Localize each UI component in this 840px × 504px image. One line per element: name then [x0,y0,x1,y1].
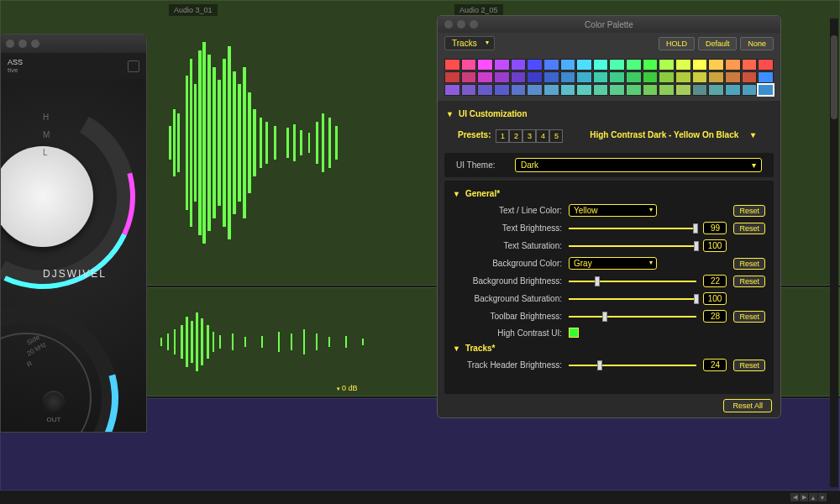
color-swatch[interactable] [560,59,576,71]
color-swatch[interactable] [477,84,493,96]
color-swatch[interactable] [511,71,527,83]
preset-button-4[interactable]: 4 [536,129,549,143]
color-swatch[interactable] [675,71,691,83]
toolbar-brightness-slider[interactable] [569,312,696,322]
color-swatch[interactable] [692,84,708,96]
scroll-down-icon[interactable]: ▼ [818,493,827,501]
color-swatch[interactable] [527,59,543,71]
color-swatch[interactable] [527,84,543,96]
color-swatch[interactable] [461,71,477,83]
reset-button[interactable]: Reset [733,258,765,270]
color-swatch[interactable] [725,71,741,83]
setting-value[interactable]: 24 [703,359,727,371]
setting-value[interactable]: 100 [703,239,727,252]
color-swatch[interactable] [593,84,609,96]
color-swatch[interactable] [708,71,724,83]
traffic-lights[interactable] [6,39,39,48]
high-contrast-checkbox[interactable] [569,328,579,338]
traffic-lights[interactable] [444,20,478,29]
scroll-left-icon[interactable]: ◀ [790,493,799,501]
color-swatch[interactable] [494,59,510,71]
color-swatch[interactable] [659,59,675,71]
color-swatch[interactable] [609,59,625,71]
color-swatch[interactable] [444,71,460,83]
color-swatch[interactable] [659,71,675,83]
color-swatch[interactable] [576,71,592,83]
none-button[interactable]: None [740,37,774,50]
color-swatch[interactable] [708,59,724,71]
color-swatch[interactable] [609,71,625,83]
color-swatch[interactable] [675,84,691,96]
color-swatch[interactable] [758,71,774,83]
reset-button[interactable]: Reset [733,223,765,234]
color-swatch[interactable] [477,71,493,83]
color-swatch[interactable] [444,84,460,96]
color-swatch[interactable] [560,84,576,96]
setting-value[interactable]: 100 [703,292,727,305]
horizontal-scrollbar[interactable]: ◀ ▶ ▲ ▼ [0,492,828,502]
color-swatch[interactable] [593,71,609,83]
background-brightness-slider[interactable] [569,276,696,286]
color-swatch[interactable] [609,84,625,96]
preset-button-2[interactable]: 2 [509,129,522,143]
color-swatch[interactable] [725,84,741,96]
preset-name-select[interactable]: High Contrast Dark - Yellow On Black ▾ [568,129,760,141]
preset-button-1[interactable]: 1 [496,129,509,143]
color-swatch[interactable] [511,59,527,71]
color-swatch[interactable] [527,71,543,83]
setting-value[interactable]: 28 [703,310,727,323]
hold-button[interactable]: HOLD [659,37,695,50]
theme-select[interactable]: Dark [515,158,762,172]
reset-all-button[interactable]: Reset All [723,399,772,412]
color-swatch[interactable] [543,84,559,96]
color-swatch[interactable] [461,84,477,96]
reset-button[interactable]: Reset [733,276,765,287]
palette-titlebar[interactable]: Color Palette [438,16,780,33]
color-swatch[interactable] [543,71,559,83]
vertical-scrollbar[interactable] [830,18,838,487]
color-swatch[interactable] [643,71,659,83]
ui-customization-header[interactable]: ▼ UI Customization [446,104,772,123]
color-swatch[interactable] [692,71,708,83]
color-swatch[interactable] [494,71,510,83]
color-swatch[interactable] [742,71,758,83]
preset-button-3[interactable]: 3 [522,129,536,143]
background-saturation-slider[interactable] [569,294,696,304]
main-knob[interactable] [0,104,135,289]
text-brightness-slider[interactable] [569,223,696,234]
color-swatch[interactable] [626,84,642,96]
apply-to-select[interactable]: Tracks [444,36,495,50]
track-header-brightness-slider[interactable] [569,360,696,370]
reset-button[interactable]: Reset [733,311,765,323]
color-swatch[interactable] [477,59,493,71]
scroll-up-icon[interactable]: ▲ [809,493,817,501]
color-swatch[interactable] [560,71,576,83]
tracks-header[interactable]: ▼ Tracks* [448,340,770,356]
reset-button[interactable]: Reset [733,360,765,371]
color-swatch[interactable] [659,84,675,96]
color-swatch[interactable] [708,84,724,96]
out-knob[interactable]: OUT [43,391,65,423]
plugin-menu-icon[interactable] [128,60,139,72]
setting-value[interactable]: 99 [703,222,727,234]
text-line-color-select[interactable]: Yellow [569,204,657,217]
color-swatch[interactable] [543,59,559,71]
color-swatch[interactable] [692,59,708,71]
color-swatch[interactable] [626,71,642,83]
color-swatch[interactable] [593,59,609,71]
color-swatch[interactable] [742,84,758,96]
color-swatch[interactable] [725,59,741,71]
color-swatch[interactable] [643,84,659,96]
setting-value[interactable]: 22 [703,275,727,287]
reset-button[interactable]: Reset [733,205,765,217]
color-swatch[interactable] [758,59,774,71]
color-swatch[interactable] [742,59,758,71]
color-swatch[interactable] [626,59,642,71]
color-swatch[interactable] [675,59,691,71]
color-swatch[interactable] [576,59,592,71]
color-swatch[interactable] [494,84,510,96]
color-swatch[interactable] [758,84,774,96]
scroll-right-icon[interactable]: ▶ [800,493,808,501]
color-swatch[interactable] [576,84,592,96]
preset-button-5[interactable]: 5 [549,129,563,143]
